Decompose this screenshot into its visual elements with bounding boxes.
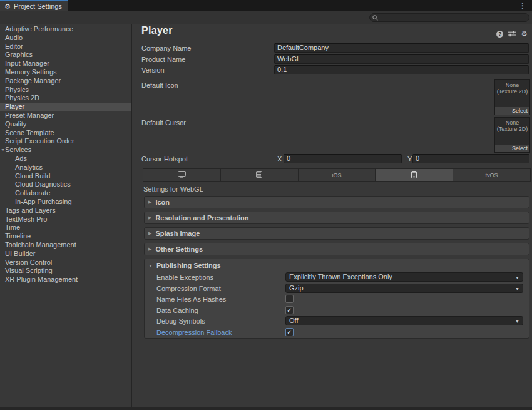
enable-exceptions-dropdown[interactable]: Explicitly Thrown Exceptions Only▼: [285, 272, 523, 282]
sidebar-item-quality[interactable]: Quality: [0, 120, 131, 129]
hotspot-x-field[interactable]: 0: [284, 154, 402, 163]
sidebar-item-input-manager[interactable]: Input Manager: [0, 59, 131, 68]
main-panel: Player ? ⚙ Company Name DefaultCompany P…: [133, 24, 532, 407]
sidebar-item-label: Audio: [5, 34, 23, 41]
compression-format-dropdown[interactable]: Gzip▼: [285, 284, 523, 293]
sidebar-item-label: Graphics: [5, 51, 33, 58]
sidebar-item-in-app-purchasing[interactable]: In-App Purchasing: [0, 198, 131, 207]
sidebar-item-tags-and-layers[interactable]: Tags and Layers: [0, 207, 131, 215]
platform-tab-desktop[interactable]: [143, 169, 221, 181]
decompression-fallback-checkbox[interactable]: ✓: [285, 328, 294, 336]
section-title: Other Settings: [155, 245, 203, 253]
sidebar-item-label: Memory Settings: [5, 68, 57, 76]
expander-collapsed-icon: ▶: [148, 231, 151, 236]
sidebar-item-ui-builder[interactable]: UI Builder: [0, 250, 131, 259]
sidebar-item-xr-plugin-management[interactable]: XR Plugin Management: [0, 275, 131, 284]
section-title: Icon: [155, 198, 170, 206]
sidebar-item-audio[interactable]: Audio: [0, 34, 131, 43]
expander-expanded-icon[interactable]: ▼: [1, 146, 5, 155]
publishing-settings-rows: Enable ExceptionsExplicitly Thrown Excep…: [145, 272, 529, 338]
settings-for-platform-heading: Settings for WebGL: [143, 185, 203, 193]
sidebar-item-player[interactable]: Player: [0, 103, 131, 111]
texture-none-line1: None: [506, 82, 519, 88]
sidebar-item-time[interactable]: Time: [0, 223, 131, 232]
sidebar-item-script-execution-order[interactable]: Script Execution Order: [0, 137, 131, 146]
hotspot-y-field[interactable]: 0: [412, 154, 529, 163]
sidebar-item-adaptive-performance[interactable]: Adaptive Performance: [0, 25, 131, 34]
sidebar-list: Adaptive PerformanceAudioEditorGraphicsI…: [0, 25, 131, 284]
sidebar-item-textmesh-pro[interactable]: TextMesh Pro: [0, 215, 131, 224]
sidebar-item-cloud-diagnostics[interactable]: Cloud Diagnostics: [0, 180, 131, 189]
settings-gear-icon[interactable]: ⚙: [521, 30, 528, 38]
platform-tab-label: iOS: [332, 172, 341, 178]
presets-icon[interactable]: [508, 28, 516, 39]
platform-tab-tvos[interactable]: tvOS: [453, 169, 530, 181]
sidebar-item-physics[interactable]: Physics: [0, 86, 131, 95]
data-caching-checkbox[interactable]: ✓: [285, 306, 294, 314]
sidebar-item-cloud-build[interactable]: Cloud Build: [0, 172, 131, 181]
sidebar-item-analytics[interactable]: Analytics: [0, 163, 131, 172]
sidebar-item-services[interactable]: ▼Services: [0, 146, 131, 155]
search-icon: [372, 15, 378, 21]
product-name-field[interactable]: WebGL: [274, 54, 529, 64]
section-header-resolution-and-presentation[interactable]: ▶Resolution and Presentation: [144, 212, 529, 224]
company-name-field[interactable]: DefaultCompany: [274, 43, 529, 53]
debug-symbols-dropdown[interactable]: Off▼: [285, 316, 523, 325]
default-cursor-label: Default Cursor: [141, 119, 186, 126]
default-cursor-texture-slot[interactable]: None (Texture 2D) Select: [494, 117, 530, 153]
sidebar-item-scene-template[interactable]: Scene Template: [0, 129, 131, 138]
sidebar-item-label: TextMesh Pro: [5, 215, 47, 223]
expander-expanded-icon: ▼: [148, 264, 153, 268]
publishing-row-debug-symbols: Debug SymbolsOff▼: [145, 316, 529, 327]
sidebar-item-editor[interactable]: Editor: [0, 43, 131, 51]
search-input[interactable]: [369, 13, 529, 22]
window-bottom-edge: [0, 407, 532, 410]
window-tab-project-settings[interactable]: ⚙ Project Settings: [0, 0, 68, 11]
version-field[interactable]: 0.1: [274, 65, 529, 74]
kebab-menu-icon[interactable]: ⋮: [519, 1, 526, 10]
default-icon-select-button[interactable]: Select: [495, 107, 529, 115]
name-files-as-hashes-checkbox[interactable]: [285, 295, 294, 303]
section-header-icon[interactable]: ▶Icon: [144, 196, 529, 208]
sidebar-item-memory-settings[interactable]: Memory Settings: [0, 68, 131, 77]
section-header-splash-image[interactable]: ▶Splash Image: [144, 227, 529, 240]
sidebar-item-label: Timeline: [5, 232, 31, 240]
sidebar-item-package-manager[interactable]: Package Manager: [0, 77, 131, 86]
publishing-row-name-files-as-hashes: Name Files As Hashes: [145, 294, 529, 305]
publishing-settings-header[interactable]: ▼ Publishing Settings: [148, 262, 221, 269]
chevron-down-icon: ▼: [515, 319, 519, 324]
sidebar-item-timeline[interactable]: Timeline: [0, 232, 131, 241]
sidebar-item-collaborate[interactable]: Collaborate: [0, 189, 131, 198]
sidebar-item-ads[interactable]: Ads: [0, 155, 131, 163]
platform-tab-label: tvOS: [486, 172, 498, 178]
section-title: Resolution and Presentation: [155, 214, 248, 222]
platform-tab-strip: iOStvOS: [143, 168, 531, 182]
sidebar-item-toolchain-management[interactable]: Toolchain Management: [0, 241, 131, 250]
sidebar-item-label: Collaborate: [15, 189, 50, 197]
sidebar-item-visual-scripting[interactable]: Visual Scripting: [0, 267, 131, 275]
section-header-other-settings[interactable]: ▶Other Settings: [144, 243, 529, 255]
product-name-label: Product Name: [141, 56, 185, 63]
window-titlebar: ⚙ Project Settings ⋮: [0, 0, 532, 11]
texture-none-line1: None: [506, 120, 519, 126]
section-title: Splash Image: [155, 230, 200, 237]
texture-none-text: None (Texture 2D): [495, 80, 529, 95]
publishing-row-data-caching: Data Caching✓: [145, 305, 529, 317]
sidebar-item-label: Tags and Layers: [5, 207, 56, 214]
default-icon-texture-slot[interactable]: None (Texture 2D) Select: [494, 79, 530, 115]
sidebar-item-label: Services: [5, 146, 31, 153]
sidebar-item-version-control[interactable]: Version Control: [0, 259, 131, 267]
texture-none-text: None (Texture 2D): [495, 118, 529, 132]
expander-collapsed-icon: ▶: [148, 215, 151, 220]
platform-tab-ios[interactable]: iOS: [299, 169, 376, 181]
platform-tab-dedicated-server[interactable]: [221, 169, 299, 181]
default-icon-label: Default Icon: [141, 81, 178, 89]
help-icon[interactable]: ?: [496, 31, 503, 38]
sidebar-item-label: Preset Manager: [5, 111, 54, 119]
publishing-row-label: Data Caching: [156, 307, 198, 314]
platform-tab-webgl[interactable]: [376, 169, 453, 181]
sidebar-item-preset-manager[interactable]: Preset Manager: [0, 111, 131, 120]
sidebar-item-graphics[interactable]: Graphics: [0, 51, 131, 59]
default-cursor-select-button[interactable]: Select: [495, 145, 529, 152]
sidebar-item-physics-2d[interactable]: Physics 2D: [0, 94, 131, 103]
